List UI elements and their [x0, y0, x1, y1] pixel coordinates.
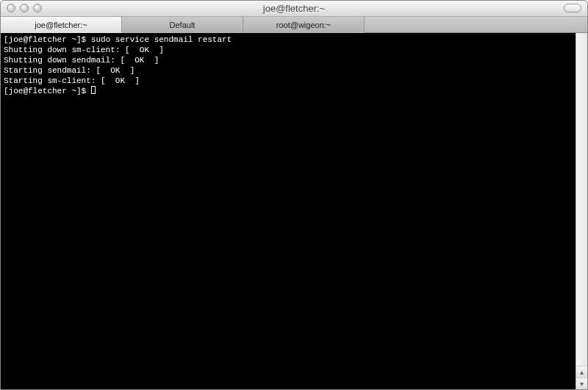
terminal-line: Starting sendmail: [ OK ] [4, 66, 135, 75]
tab-default[interactable]: Default [122, 17, 243, 33]
scrollbar[interactable]: ▴ ▾ [576, 33, 587, 389]
tab-joe-fletcher[interactable]: joe@fletcher:~ [1, 17, 122, 33]
terminal-line: Shutting down sendmail: [ OK ] [4, 56, 159, 65]
content-area: [joe@fletcher ~]$ sudo service sendmail … [1, 33, 587, 389]
close-icon[interactable] [7, 4, 15, 12]
scroll-track[interactable] [576, 33, 587, 366]
zoom-icon[interactable] [33, 4, 42, 12]
window-title: joe@fletcher:~ [1, 3, 587, 14]
terminal-line: [joe@fletcher ~]$ sudo service sendmail … [4, 35, 232, 44]
tab-root-wigeon[interactable]: root@wigeon:~ [243, 17, 365, 33]
scroll-up-icon[interactable]: ▴ [576, 366, 587, 378]
terminal-line: Starting sm-client: [ OK ] [4, 76, 140, 85]
minimize-icon[interactable] [20, 4, 29, 12]
terminal-line: Shutting down sm-client: [ OK ] [4, 46, 164, 54]
cursor-icon [91, 86, 96, 94]
scroll-down-icon[interactable]: ▾ [576, 378, 587, 389]
tabbar: joe@fletcher:~ Default root@wigeon:~ [1, 17, 587, 33]
toolbar-toggle-icon[interactable] [564, 4, 581, 12]
titlebar[interactable]: joe@fletcher:~ [1, 1, 587, 17]
tab-label: root@wigeon:~ [276, 21, 331, 29]
terminal[interactable]: [joe@fletcher ~]$ sudo service sendmail … [1, 33, 576, 389]
tab-label: joe@fletcher:~ [35, 21, 87, 29]
tab-label: Default [170, 21, 196, 29]
terminal-window: joe@fletcher:~ joe@fletcher:~ Default ro… [0, 0, 588, 390]
traffic-lights [7, 4, 42, 12]
terminal-prompt: [joe@fletcher ~]$ [4, 87, 91, 95]
